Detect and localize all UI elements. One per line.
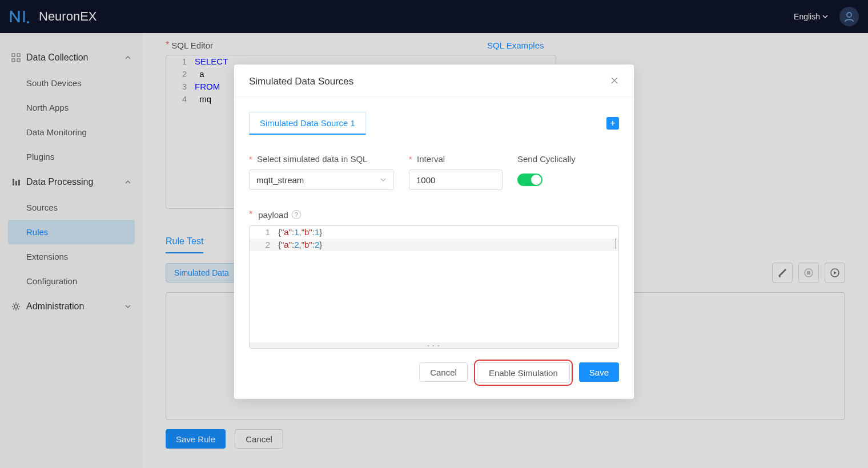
modal-save-button[interactable]: Save [579,362,619,382]
chevron-down-icon [380,177,387,182]
required-marker: * [249,209,252,220]
simulated-data-modal: Simulated Data Sources Simulated Data So… [234,64,634,399]
select-value: mqtt_stream [256,175,304,185]
resize-handle[interactable]: • • • [250,342,618,348]
help-icon[interactable]: ? [292,210,301,219]
select-sim-data-label: * Select simulated data in SQL [249,154,394,164]
close-icon [610,76,619,85]
line-number: 1 [250,226,278,239]
send-cyclically-toggle[interactable] [517,174,542,186]
enable-simulation-button[interactable]: Enable Simulation [477,362,570,383]
modal-close-button[interactable] [610,76,619,87]
payload-line-1: {"a":1,"b":1} [278,226,618,239]
payload-line-2: {"a":2,"b":2} [278,239,618,251]
sim-data-select[interactable]: mqtt_stream [249,170,394,190]
modal-title: Simulated Data Sources [249,76,353,87]
line-number: 2 [250,239,278,251]
tab-sim-source-1[interactable]: Simulated Data Source 1 [249,112,366,135]
modal-overlay[interactable]: Simulated Data Sources Simulated Data So… [0,0,868,468]
interval-input[interactable] [409,170,503,190]
add-tab-button[interactable]: + [606,117,619,130]
modal-cancel-button[interactable]: Cancel [419,362,468,382]
payload-editor[interactable]: 1{"a":1,"b":1} 2{"a":2,"b":2} • • • [249,225,619,349]
interval-label: * Interval [409,154,503,164]
cyclic-label: Send Cyclically [517,154,576,164]
payload-label: payload [258,210,288,220]
